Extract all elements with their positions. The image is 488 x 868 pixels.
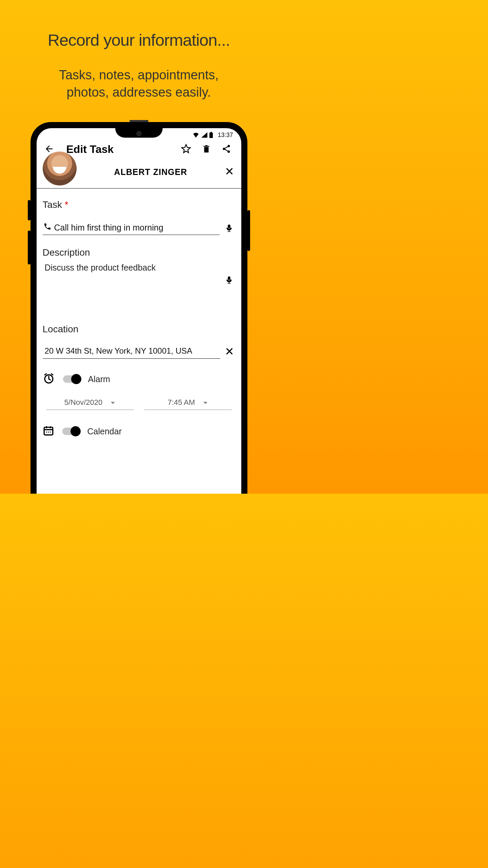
svg-point-8	[48, 432, 49, 433]
clear-location-button[interactable]	[224, 346, 235, 358]
alarm-icon	[43, 372, 55, 386]
avatar[interactable]	[43, 152, 77, 185]
promo-subtitle-line2: photos, addresses easily.	[67, 85, 211, 99]
promo-subtitle-line1: Tasks, notes, appointments,	[59, 68, 219, 82]
svg-point-2	[227, 145, 230, 147]
alarm-toggle[interactable]	[63, 375, 80, 383]
promo-subtitle: Tasks, notes, appointments, photos, addr…	[0, 66, 278, 101]
description-label: Description	[43, 247, 235, 258]
wifi-icon	[192, 132, 199, 138]
alarm-date-dropdown[interactable]: 5/Nov/2020	[46, 397, 134, 410]
phone-side-button	[28, 231, 30, 264]
chevron-down-icon	[110, 398, 115, 407]
phone-side-button	[28, 200, 30, 220]
promo-title: Record your information...	[0, 31, 278, 50]
calendar-icon	[43, 425, 54, 438]
task-input[interactable]: Call him first thing in morning	[43, 222, 220, 235]
svg-rect-0	[210, 132, 212, 133]
required-marker: *	[65, 199, 68, 210]
toggle-knob	[71, 374, 81, 384]
task-form: Task * Call him first thing in morning D…	[37, 189, 241, 438]
alarm-date-value: 5/Nov/2020	[64, 398, 103, 407]
alarm-time-value: 7:45 AM	[168, 398, 195, 407]
share-button[interactable]	[218, 144, 235, 155]
phone-frame: 13:37 Edit Task ALBERT ZINGER	[30, 122, 247, 494]
phone-speaker	[129, 120, 148, 122]
chevron-down-icon	[203, 398, 208, 407]
task-label: Task *	[43, 199, 235, 210]
svg-point-3	[223, 147, 225, 150]
svg-rect-6	[44, 427, 53, 435]
contact-header: ALBERT ZINGER	[37, 158, 241, 189]
svg-point-4	[227, 150, 230, 153]
phone-screen: 13:37 Edit Task ALBERT ZINGER	[37, 128, 241, 494]
task-value: Call him first thing in morning	[54, 223, 163, 233]
calendar-toggle[interactable]	[62, 428, 79, 435]
alarm-label: Alarm	[88, 374, 110, 384]
location-label: Location	[43, 324, 235, 335]
svg-point-7	[46, 432, 47, 433]
alarm-time-dropdown[interactable]: 7:45 AM	[144, 397, 232, 410]
calendar-label: Calendar	[87, 427, 122, 436]
battery-icon	[209, 132, 213, 138]
clear-contact-button[interactable]	[224, 165, 235, 178]
phone-icon	[43, 222, 52, 233]
svg-rect-1	[209, 133, 213, 138]
favorite-button[interactable]	[177, 144, 195, 155]
contact-name: ALBERT ZINGER	[81, 167, 224, 177]
delete-button[interactable]	[198, 144, 215, 155]
toggle-knob	[70, 426, 81, 436]
svg-point-9	[50, 432, 51, 433]
task-label-text: Task	[43, 199, 62, 210]
phone-camera	[136, 131, 142, 136]
description-input[interactable]: Discuss the product feedback	[43, 258, 235, 319]
location-input[interactable]: 20 W 34th St, New York, NY 10001, USA	[43, 345, 220, 359]
phone-side-button	[247, 210, 250, 251]
mic-button[interactable]	[223, 223, 235, 235]
status-time: 13:37	[218, 132, 233, 139]
page-title: Edit Task	[57, 143, 174, 156]
signal-icon	[201, 132, 207, 138]
mic-button[interactable]	[223, 275, 235, 287]
